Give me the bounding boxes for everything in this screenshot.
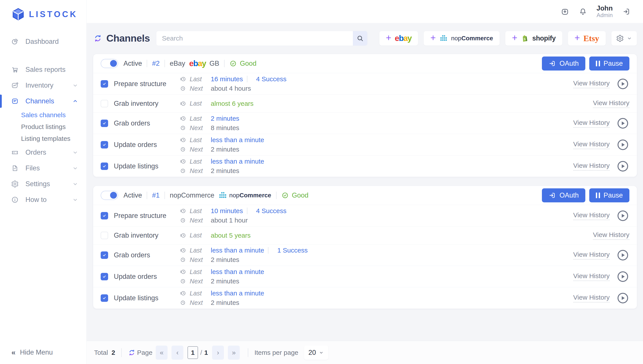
task-row: Grab inventory Lastabout 5 years View Hi… <box>93 226 637 244</box>
page-header: Channels + ebay + nopCommerce <box>93 31 637 46</box>
toggle-knob <box>110 192 117 199</box>
next-value: 2 minutes <box>211 146 239 153</box>
sidebar-item-channels[interactable]: Channels <box>0 93 86 109</box>
task-checkbox[interactable] <box>101 120 108 127</box>
search-input[interactable] <box>156 31 353 46</box>
sidebar-item-dashboard[interactable]: Dashboard <box>0 34 86 50</box>
logout-button[interactable] <box>622 7 631 16</box>
download-button[interactable] <box>561 7 569 16</box>
channels-list-icon <box>11 97 19 105</box>
sidebar-subitem-listing-templates[interactable]: Listing templates <box>0 133 86 144</box>
divider <box>224 60 225 67</box>
run-task-button[interactable] <box>616 160 629 173</box>
task-checkbox[interactable] <box>101 212 108 220</box>
run-task-button[interactable] <box>616 117 629 130</box>
search-button[interactable] <box>353 31 367 46</box>
view-history-link[interactable]: View History <box>573 119 610 128</box>
sidebar-item-sales-reports[interactable]: Sales reports <box>0 62 86 78</box>
check-icon <box>102 274 107 279</box>
last-value[interactable]: less than a minute <box>211 158 264 165</box>
task-checkbox[interactable] <box>101 141 108 148</box>
sidebar-subitem-product-listings[interactable]: Product listings <box>0 121 86 133</box>
run-task-button[interactable] <box>616 248 629 262</box>
view-history-link[interactable]: View History <box>573 272 610 281</box>
success-count[interactable]: 4 Success <box>256 75 286 83</box>
sidebar-item-inventory[interactable]: Inventory <box>0 78 86 93</box>
add-ebay-button[interactable]: + ebay <box>379 31 418 46</box>
last-value[interactable]: 10 minutes <box>211 207 243 215</box>
channel-active-toggle[interactable] <box>101 59 118 68</box>
run-task-button[interactable] <box>616 209 629 222</box>
last-value[interactable]: less than a minute <box>211 268 264 276</box>
sidebar-item-settings[interactable]: Settings <box>0 176 86 192</box>
check-circle-icon <box>281 192 289 199</box>
task-checkbox[interactable] <box>101 294 108 302</box>
view-history-link[interactable]: View History <box>573 162 610 170</box>
hide-menu-button[interactable]: « Hide Menu <box>12 348 53 356</box>
task-row: Grab orders Last2 minutes Next8 minutes … <box>93 112 637 134</box>
last-page-button[interactable]: » <box>228 346 240 360</box>
last-label: Last <box>190 136 206 144</box>
check-icon <box>102 82 107 86</box>
sidebar-subitem-sales-channels[interactable]: Sales channels <box>0 109 86 121</box>
last-value[interactable]: 16 minutes <box>211 75 243 83</box>
last-value[interactable]: less than a minute <box>211 290 264 297</box>
view-history-link[interactable]: View History <box>573 294 610 302</box>
success-count[interactable]: 4 Success <box>256 207 286 215</box>
view-history-link[interactable]: View History <box>593 231 629 240</box>
add-shopify-button[interactable]: + S shopify <box>505 31 562 46</box>
task-schedule: Last16 minutes4 Success Nextabout 4 hour… <box>180 75 286 92</box>
run-task-button[interactable] <box>616 270 629 283</box>
task-checkbox[interactable] <box>101 232 108 239</box>
add-nopcommerce-button[interactable]: + nopCommerce <box>424 31 500 46</box>
channel-settings-button[interactable] <box>611 31 637 46</box>
run-task-button[interactable] <box>616 138 629 151</box>
search-bar <box>156 31 368 46</box>
chevron-down-icon <box>72 82 79 89</box>
sidebar-item-how-to[interactable]: How to <box>0 192 86 208</box>
channel-active-toggle[interactable] <box>101 191 118 200</box>
items-per-page-select[interactable]: 20 <box>304 346 328 360</box>
hide-menu-label: Hide Menu <box>20 348 53 356</box>
page-content: Channels + ebay + nopCommerce <box>87 23 643 341</box>
view-history-link[interactable]: View History <box>573 140 610 149</box>
last-value[interactable]: less than a minute <box>211 136 264 144</box>
current-page[interactable]: 1 <box>187 346 198 359</box>
run-task-button[interactable] <box>616 77 629 90</box>
add-etsy-button[interactable]: + Etsy <box>568 31 606 46</box>
success-count[interactable]: 1 Success <box>277 246 307 254</box>
refresh-icon[interactable] <box>128 349 136 356</box>
next-page-button[interactable]: › <box>212 346 224 360</box>
pause-button[interactable]: Pause <box>589 56 629 70</box>
view-history-link[interactable]: View History <box>593 99 629 108</box>
task-checkbox[interactable] <box>101 100 108 107</box>
next-value: 2 minutes <box>211 299 239 306</box>
items-per-page-value: 20 <box>308 349 316 356</box>
first-page-button[interactable]: « <box>156 346 167 360</box>
brand-logo[interactable]: LISTOCK <box>0 0 86 21</box>
task-checkbox[interactable] <box>101 252 108 259</box>
etsy-logo-text: Etsy <box>583 34 599 43</box>
oauth-button[interactable]: OAuth <box>542 188 585 202</box>
nopcommerce-dots-icon <box>439 34 448 42</box>
view-history-link[interactable]: View History <box>573 251 610 260</box>
sidebar-item-orders[interactable]: Orders <box>0 144 86 160</box>
refresh-icon[interactable] <box>93 34 102 43</box>
prev-page-button[interactable]: ‹ <box>171 346 183 360</box>
channel-header: Active #2 eBay ebay GB Good <box>93 54 637 73</box>
clock-icon <box>180 146 186 153</box>
run-task-button[interactable] <box>616 292 629 305</box>
last-value[interactable]: less than a minute <box>211 246 264 254</box>
view-history-link[interactable]: View History <box>573 80 610 88</box>
last-value[interactable]: 2 minutes <box>211 115 239 122</box>
task-checkbox[interactable] <box>101 162 108 170</box>
sidebar-item-files[interactable]: Files <box>0 160 86 176</box>
notifications-button[interactable] <box>578 7 587 16</box>
view-history-link[interactable]: View History <box>573 211 610 220</box>
pause-button[interactable]: Pause <box>589 188 629 202</box>
user-info[interactable]: John Admin <box>596 4 613 19</box>
oauth-button[interactable]: OAuth <box>542 56 585 70</box>
history-clock-icon <box>180 268 186 275</box>
task-checkbox[interactable] <box>101 80 108 88</box>
task-checkbox[interactable] <box>101 273 108 280</box>
